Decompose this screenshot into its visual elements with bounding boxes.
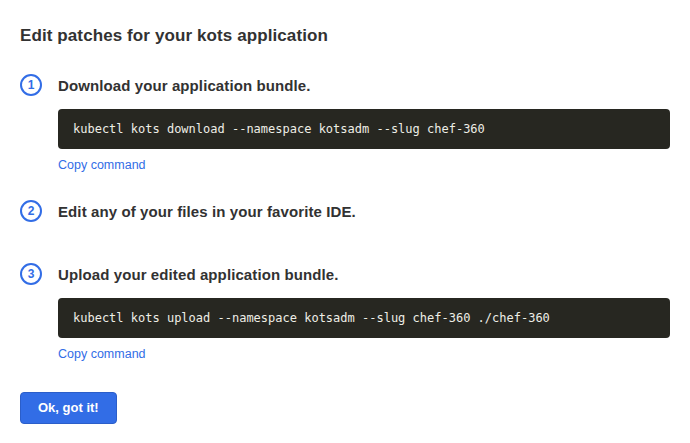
upload-copy-command-link[interactable]: Copy command: [58, 347, 146, 361]
step-1-label: Download your application bundle.: [58, 77, 310, 94]
download-copy-command-link[interactable]: Copy command: [58, 158, 146, 172]
step-2-number-badge: 2: [20, 200, 42, 222]
upload-command-code[interactable]: kubectl kots upload --namespace kotsadm …: [58, 298, 670, 338]
step-download-body: kubectl kots download --namespace kotsad…: [58, 109, 670, 173]
page-title: Edit patches for your kots application: [20, 26, 670, 46]
step-upload-body: kubectl kots upload --namespace kotsadm …: [58, 298, 670, 362]
step-3-number-badge: 3: [20, 263, 42, 285]
step-2-label: Edit any of your files in your favorite …: [58, 203, 356, 220]
ok-got-it-button[interactable]: Ok, got it!: [20, 392, 117, 424]
download-command-code[interactable]: kubectl kots download --namespace kotsad…: [58, 109, 670, 149]
step-edit-header: 2 Edit any of your files in your favorit…: [20, 200, 670, 222]
step-1-number-badge: 1: [20, 74, 42, 96]
step-upload: 3 Upload your edited application bundle.…: [20, 263, 670, 362]
step-edit: 2 Edit any of your files in your favorit…: [20, 200, 670, 222]
step-download: 1 Download your application bundle. kube…: [20, 74, 670, 173]
edit-patches-panel: Edit patches for your kots application 1…: [0, 0, 690, 443]
step-download-header: 1 Download your application bundle.: [20, 74, 670, 96]
step-upload-header: 3 Upload your edited application bundle.: [20, 263, 670, 285]
step-3-label: Upload your edited application bundle.: [58, 266, 338, 283]
